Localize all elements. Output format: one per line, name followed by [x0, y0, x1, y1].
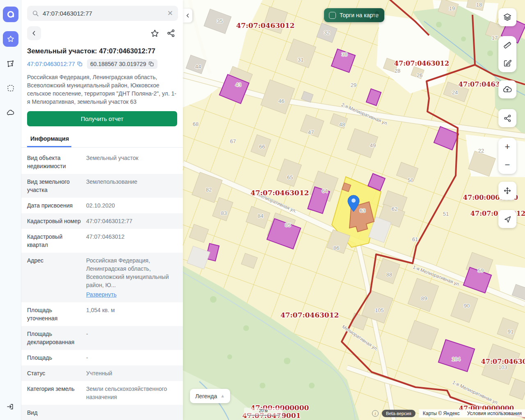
info-row-value: Земельный участок [86, 154, 177, 162]
info-value-text: 1,054 кв. м [86, 307, 115, 313]
copy-icon[interactable] [77, 61, 83, 67]
info-icon[interactable]: i [372, 410, 379, 417]
share-icon [167, 29, 176, 38]
parcel-number: 24 [452, 89, 458, 96]
pan-icon [503, 186, 512, 195]
parcel-number: 61 [412, 236, 418, 242]
parcel-number: 89 [421, 295, 427, 301]
search-icon [32, 10, 39, 17]
info-row: Площадь уточненная1,054 кв. м [21, 302, 183, 326]
info-value-text: Земельный участок [86, 155, 138, 161]
locate-button[interactable] [498, 210, 516, 228]
share-button[interactable] [165, 27, 177, 39]
info-row-value: Учтенный [86, 369, 177, 377]
scale-label: 20 м [259, 409, 268, 413]
navigation-arrow-icon [503, 215, 512, 224]
parcel-number: 26 [417, 72, 422, 78]
info-value-text: Земли сельскохозяйственного назначения [86, 386, 167, 400]
favorite-button[interactable] [148, 27, 161, 39]
info-row-label: Адрес [27, 256, 82, 265]
parcel-number: 68 [193, 121, 199, 127]
info-row: Вид [21, 405, 183, 420]
quarter-label: 47:07:0463012 [236, 21, 295, 30]
copy-icon[interactable] [148, 61, 154, 67]
parcel-number: 29 [351, 82, 356, 88]
draw-button[interactable] [498, 54, 516, 72]
star-outline-icon [150, 29, 160, 38]
map-share-button[interactable] [498, 109, 516, 127]
tab-information[interactable]: Информация [27, 133, 71, 147]
info-row-label: Площадь [27, 354, 82, 362]
parcel-number: 46 [278, 98, 284, 104]
info-row-label: Статус [27, 369, 82, 377]
dashed-square-icon [7, 84, 15, 92]
parcel-number: 84 [258, 213, 263, 219]
clear-search-icon[interactable]: ✕ [167, 10, 173, 17]
zoom-in-button[interactable]: + [498, 138, 516, 156]
object-header [27, 26, 177, 40]
search-bar[interactable]: ✕ [27, 6, 178, 21]
info-row: Кадастровый номер47:07:0463012:77 [21, 213, 183, 229]
info-row: Площадь- [21, 350, 183, 365]
info-value-text: 02.10.2020 [86, 202, 115, 209]
collapse-panel-button[interactable] [183, 9, 192, 23]
ruler-button[interactable] [498, 36, 516, 54]
info-row: Вид земельного участкаЗемлепользование [21, 174, 183, 198]
auctions-toggle[interactable]: Торги на карте [324, 8, 384, 22]
back-button[interactable] [27, 26, 41, 40]
terms-link[interactable]: Условия использования [467, 411, 522, 416]
maps-copyright[interactable]: Карты © Яндекс [423, 411, 460, 416]
info-row: АдресРоссийская Федерация, Ленинградская… [21, 253, 183, 302]
details-panel: ✕ Земельны [21, 0, 183, 420]
parcel-number: 44 [195, 64, 201, 70]
parcel-number: 85 [285, 222, 291, 228]
quarter-label: 47:07:0463012 [251, 189, 309, 197]
sidebar-item-cloud[interactable] [3, 105, 18, 121]
gavel-icon [368, 9, 382, 22]
info-value-text: Учтенный [86, 370, 112, 377]
pan-button[interactable] [498, 182, 516, 200]
layers-button[interactable] [498, 8, 516, 26]
get-report-button[interactable]: Получить отчет [27, 111, 177, 126]
chevron-up-icon: ▲ [220, 393, 225, 398]
info-value-text: 47:07:0463012 [86, 233, 124, 240]
parcel-number: 62 [392, 206, 397, 212]
chevron-left-icon [31, 30, 37, 37]
coordinates-text: 60.188567 30.019729 [90, 61, 146, 67]
info-row-value: Землепользование [86, 178, 177, 186]
expand-address-link[interactable]: Развернуть [86, 290, 116, 299]
parcel-number: 64 [322, 188, 328, 194]
info-value-text: - [86, 354, 88, 361]
info-row-label: Категория земель [27, 385, 82, 393]
map-canvas[interactable]: 2-я Мелиоративная ул.Мелиоративная ул.1-… [183, 0, 525, 420]
sidebar-item-area-select[interactable] [3, 80, 18, 96]
app-logo[interactable] [3, 7, 18, 22]
auctions-checkbox[interactable] [329, 12, 336, 19]
beta-badge: Beta-версия [382, 410, 415, 417]
search-input[interactable] [43, 10, 164, 17]
info-row-label: Кадастровый квартал [27, 233, 82, 249]
upload-button[interactable] [498, 80, 516, 98]
info-value-text: Землепользование [86, 178, 137, 185]
logout-button[interactable] [3, 399, 18, 414]
zoom-out-button[interactable]: − [498, 156, 516, 174]
coordinates-chip[interactable]: 60.188567 30.019729 [87, 59, 158, 69]
info-row-label: Дата присвоения [27, 201, 82, 210]
info-row-label: Вид объекта недвижимости [27, 154, 82, 170]
info-table: Вид объекта недвижимостиЗемельный участо… [21, 150, 183, 420]
sidebar-item-favorites[interactable] [3, 31, 18, 47]
star-icon [7, 35, 15, 43]
object-address: Российская Федерация, Ленинградская обла… [27, 73, 177, 106]
info-row-label: Кадастровый номер [27, 217, 82, 225]
measure-tools-group [498, 36, 516, 72]
cadastral-number-text: 47:07:0463012:77 [27, 61, 75, 67]
info-value-text: 47:07:0463012:77 [86, 218, 132, 224]
layers-icon [503, 13, 512, 22]
legend-button[interactable]: Легенда ▲ [190, 389, 230, 403]
info-row: Площадь декларированная- [21, 326, 183, 350]
sidebar-item-polygon-select[interactable] [3, 56, 18, 71]
chevron-left-icon [185, 13, 190, 18]
parcel-number: 66 [259, 144, 265, 150]
cadastral-number-link[interactable]: 47:07:0463012:77 [27, 61, 83, 67]
parcel-number: 49 [370, 142, 376, 148]
